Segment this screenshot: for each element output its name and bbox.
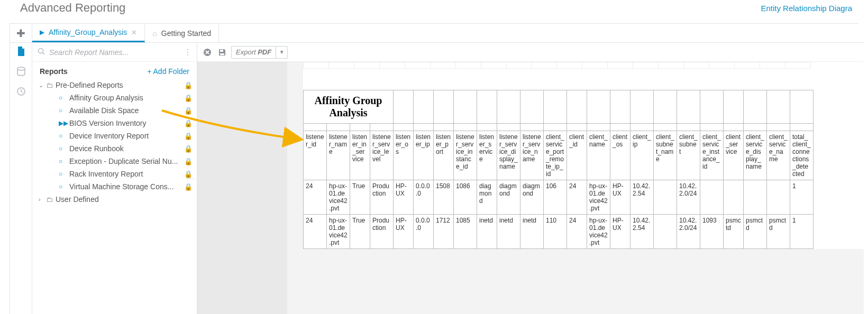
table-cell: diagmond [520,180,544,215]
table-cell: psmctd [724,215,744,249]
report-available-disk-space[interactable]: ○ Available Disk Space 🔒 [39,104,195,117]
table-cell: 0.0.0.0 [414,180,434,215]
database-icon[interactable] [16,66,26,77]
table-cell [654,215,677,249]
search-row: ⋯ [32,43,197,62]
clock-icon[interactable] [16,86,26,97]
page-header: Advanced Reporting Entity Relationship D… [0,0,868,18]
viewer-toolbar: Export PDF ▼ [197,43,864,62]
page-title: Advanced Reporting [20,1,125,15]
report-label: Affinity Group Analysis [69,94,143,102]
table-cell: 10.42.2.0/24 [677,180,700,215]
table-header-cell: client_service_name [767,131,790,180]
table-header-cell: client_id [567,131,587,180]
folder-predefined[interactable]: ⌄ 🗀 Pre-Defined Reports 🔒 [39,79,195,91]
table-header-cell: client_os [610,131,631,180]
close-icon[interactable]: ✕ [131,29,137,36]
table-cell: 0.0.0.0 [414,215,434,249]
resize-handle-icon[interactable]: ⋮ [190,174,196,183]
report-label: Available Disk Space [69,106,139,115]
lock-icon: 🔒 [184,145,193,153]
play-icon: ▶▶ [59,119,66,127]
report-label: Rack Inventory Report [69,170,143,178]
report-label: BIOS Version Inventory [69,119,147,127]
lock-icon: 🔒 [184,81,193,89]
folder-label: Pre-Defined Reports [56,81,123,89]
svg-point-2 [39,49,43,53]
table-header-cell: listener_service [477,131,497,180]
svg-rect-5 [220,50,223,52]
report-exception-duplicate-serial[interactable]: ○ Exception - Duplicate Serial Nu... 🔒 [39,155,195,168]
report-affinity-group-analysis[interactable]: ○ Affinity Group Analysis 🔒 [39,91,195,104]
table-cell: psmctd [744,215,767,249]
table-row: 24hp-ux-01.device42.pvtTrueProductionHP-… [304,215,814,249]
lock-icon: 🔒 [184,158,193,165]
report-page: Affinity Group Analysis listener_idliste… [303,62,864,249]
table-header-cell: listener_ip [414,131,434,180]
tab-getting-started[interactable]: ⌂ Getting Started [145,24,219,42]
table-header-cell: listener_service_instance_id [454,131,477,180]
report-tree: ⌄ 🗀 Pre-Defined Reports 🔒 ○ Affinity Gro… [32,79,197,206]
tab-affinity-group-analysis[interactable]: ▶ Affinity_Group_Analysis ✕ [32,24,145,42]
table-cell: hp-ux-01.device42.pvt [327,180,350,215]
report-label: Device Runbook [69,144,124,153]
chevron-down-icon[interactable]: ▼ [276,47,287,58]
table-cell [767,180,790,215]
table-row: 24hp-ux-01.device42.pvtTrueProductionHP-… [304,180,814,215]
erd-link[interactable]: Entity Relationship Diagra [761,4,852,13]
table-header-cell: client_service_display_name [744,131,767,180]
bullet-icon: ○ [59,145,66,152]
icon-rail [10,43,32,314]
table-cell: 1093 [700,215,724,249]
folder-icon: 🗀 [46,196,56,204]
bullet-icon: ○ [59,132,66,140]
table-header-cell: total_client_connections_detected [790,131,814,180]
table-cell: hp-ux-01.device42.pvt [327,215,350,249]
bullet-icon: ○ [59,94,66,101]
table-header-cell: client_subnet_name [654,131,677,180]
save-button[interactable] [216,47,228,58]
table-cell: 1 [790,215,814,249]
table-cell: HP-UX [394,215,414,249]
table-cell: 1086 [454,180,477,215]
search-input[interactable] [49,48,184,57]
table-cell: 10.42.2.0/24 [677,215,700,249]
bullet-icon: ○ [59,158,66,165]
table-header-cell: client_service [724,131,744,180]
table-cell: 1712 [434,215,454,249]
table-header-cell: client_subnet [677,131,700,180]
table-cell: inetd [520,215,544,249]
report-vm-storage[interactable]: ○ Virtual Machine Storage Cons... 🔒 [39,180,195,193]
table-cell: Production [370,180,394,215]
viewer-panel: Export PDF ▼ [197,43,864,314]
tab-label: Affinity_Group_Analysis [49,28,127,36]
folder-user-defined[interactable]: › 🗀 User Defined [39,193,195,206]
table-cell: 1085 [454,215,477,249]
report-bios-version-inventory[interactable]: ▶▶ BIOS Version Inventory 🔒 [39,117,195,130]
table-cell: 10.42.2.54 [631,180,654,215]
report-rack-inventory[interactable]: ○ Rack Inventory Report 🔒 [39,168,195,180]
clear-button[interactable] [202,47,213,58]
file-icon[interactable] [16,46,26,57]
svg-rect-6 [220,53,224,55]
table-cell: 24 [567,215,587,249]
table-cell: inetd [477,215,497,249]
reports-heading-row: Reports + Add Folder [32,62,197,79]
document-scroll[interactable]: Affinity Group Analysis listener_idliste… [197,62,864,314]
plus-icon: ✚ [16,27,25,40]
svg-line-3 [43,53,45,55]
more-icon[interactable]: ⋯ [184,49,192,56]
add-folder-link[interactable]: + Add Folder [147,67,189,76]
report-table: Affinity Group Analysis listener_idliste… [303,90,814,249]
play-icon: ▶ [40,29,44,36]
table-cell [654,180,677,215]
report-device-inventory[interactable]: ○ Device Inventory Report 🔒 [39,130,195,142]
table-cell: inetd [497,215,520,249]
report-label: Exception - Duplicate Serial Nu... [69,157,178,165]
add-tab-button[interactable]: ✚ [10,24,32,42]
table-cell: 24 [567,180,587,215]
table-cell: diagmond [497,180,520,215]
report-device-runbook[interactable]: ○ Device Runbook 🔒 [39,142,195,155]
export-combo[interactable]: Export PDF ▼ [231,46,288,59]
table-header-cell: listener_port [434,131,454,180]
